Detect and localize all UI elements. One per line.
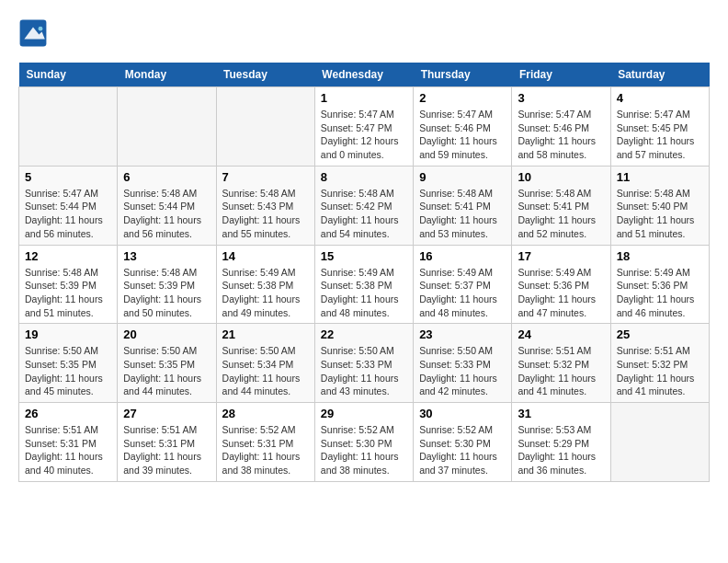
day-info: Sunrise: 5:51 AM Sunset: 5:31 PM Dayligh… (25, 423, 111, 477)
weekday-header: Thursday (414, 63, 512, 87)
day-number: 25 (617, 327, 703, 341)
calendar-cell: 10Sunrise: 5:48 AM Sunset: 5:41 PM Dayli… (512, 166, 610, 245)
calendar-cell: 16Sunrise: 5:49 AM Sunset: 5:37 PM Dayli… (414, 245, 512, 324)
day-number: 31 (518, 407, 604, 420)
day-number: 23 (419, 327, 506, 341)
day-info: Sunrise: 5:49 AM Sunset: 5:38 PM Dayligh… (222, 266, 309, 320)
calendar-cell: 12Sunrise: 5:48 AM Sunset: 5:39 PM Dayli… (19, 245, 118, 324)
day-info: Sunrise: 5:47 AM Sunset: 5:47 PM Dayligh… (321, 108, 407, 162)
day-info: Sunrise: 5:48 AM Sunset: 5:40 PM Dayligh… (617, 187, 703, 241)
day-number: 13 (123, 249, 210, 263)
logo-icon (18, 18, 48, 48)
weekday-header: Friday (512, 63, 610, 87)
day-number: 22 (321, 327, 407, 341)
day-number: 15 (321, 249, 407, 263)
day-number: 12 (25, 249, 111, 263)
day-info: Sunrise: 5:49 AM Sunset: 5:36 PM Dayligh… (518, 266, 604, 320)
day-info: Sunrise: 5:52 AM Sunset: 5:31 PM Dayligh… (222, 423, 309, 477)
day-number: 9 (419, 170, 506, 184)
calendar-cell: 25Sunrise: 5:51 AM Sunset: 5:32 PM Dayli… (610, 324, 709, 403)
calendar-cell: 5Sunrise: 5:47 AM Sunset: 5:44 PM Daylig… (19, 166, 118, 245)
day-info: Sunrise: 5:50 AM Sunset: 5:35 PM Dayligh… (123, 344, 210, 398)
calendar-cell: 19Sunrise: 5:50 AM Sunset: 5:35 PM Dayli… (19, 324, 118, 403)
day-number: 4 (617, 91, 703, 105)
calendar-header-row: SundayMondayTuesdayWednesdayThursdayFrid… (19, 63, 710, 87)
day-number: 10 (518, 170, 604, 184)
day-number: 21 (222, 327, 309, 341)
calendar-cell: 23Sunrise: 5:50 AM Sunset: 5:33 PM Dayli… (414, 324, 512, 403)
calendar-week-row: 19Sunrise: 5:50 AM Sunset: 5:35 PM Dayli… (19, 324, 710, 403)
day-info: Sunrise: 5:48 AM Sunset: 5:42 PM Dayligh… (321, 187, 407, 241)
day-info: Sunrise: 5:48 AM Sunset: 5:39 PM Dayligh… (25, 266, 111, 320)
calendar-cell: 15Sunrise: 5:49 AM Sunset: 5:38 PM Dayli… (314, 245, 413, 324)
day-number: 28 (222, 407, 309, 420)
day-info: Sunrise: 5:49 AM Sunset: 5:37 PM Dayligh… (419, 266, 506, 320)
calendar-week-row: 5Sunrise: 5:47 AM Sunset: 5:44 PM Daylig… (19, 166, 710, 245)
day-number: 8 (321, 170, 407, 184)
day-info: Sunrise: 5:49 AM Sunset: 5:38 PM Dayligh… (321, 266, 407, 320)
calendar-cell: 17Sunrise: 5:49 AM Sunset: 5:36 PM Dayli… (512, 245, 610, 324)
day-info: Sunrise: 5:52 AM Sunset: 5:30 PM Dayligh… (321, 423, 407, 477)
calendar-cell (19, 87, 118, 167)
day-info: Sunrise: 5:53 AM Sunset: 5:29 PM Dayligh… (518, 423, 604, 477)
day-number: 19 (25, 327, 111, 341)
day-info: Sunrise: 5:49 AM Sunset: 5:36 PM Dayligh… (617, 266, 703, 320)
day-number: 27 (123, 407, 210, 420)
day-info: Sunrise: 5:52 AM Sunset: 5:30 PM Dayligh… (419, 423, 506, 477)
page-header (18, 18, 710, 48)
day-info: Sunrise: 5:51 AM Sunset: 5:32 PM Dayligh… (617, 344, 703, 398)
day-info: Sunrise: 5:47 AM Sunset: 5:46 PM Dayligh… (419, 108, 506, 162)
calendar-cell: 6Sunrise: 5:48 AM Sunset: 5:44 PM Daylig… (118, 166, 216, 245)
weekday-header: Tuesday (216, 63, 314, 87)
day-info: Sunrise: 5:50 AM Sunset: 5:33 PM Dayligh… (419, 344, 506, 398)
day-number: 3 (518, 91, 604, 105)
calendar-cell: 9Sunrise: 5:48 AM Sunset: 5:41 PM Daylig… (414, 166, 512, 245)
calendar-cell: 29Sunrise: 5:52 AM Sunset: 5:30 PM Dayli… (314, 403, 413, 482)
day-number: 1 (321, 91, 407, 105)
day-number: 6 (123, 170, 210, 184)
day-info: Sunrise: 5:51 AM Sunset: 5:31 PM Dayligh… (123, 423, 210, 477)
weekday-header: Monday (118, 63, 216, 87)
calendar-cell: 18Sunrise: 5:49 AM Sunset: 5:36 PM Dayli… (610, 245, 709, 324)
weekday-header: Sunday (19, 63, 118, 87)
weekday-header: Wednesday (314, 63, 413, 87)
calendar-cell: 21Sunrise: 5:50 AM Sunset: 5:34 PM Dayli… (216, 324, 314, 403)
calendar-cell: 11Sunrise: 5:48 AM Sunset: 5:40 PM Dayli… (610, 166, 709, 245)
svg-point-2 (39, 27, 43, 31)
calendar-cell: 31Sunrise: 5:53 AM Sunset: 5:29 PM Dayli… (512, 403, 610, 482)
day-info: Sunrise: 5:51 AM Sunset: 5:32 PM Dayligh… (518, 344, 604, 398)
day-number: 14 (222, 249, 309, 263)
calendar-week-row: 26Sunrise: 5:51 AM Sunset: 5:31 PM Dayli… (19, 403, 710, 482)
calendar-body: 1Sunrise: 5:47 AM Sunset: 5:47 PM Daylig… (19, 87, 710, 482)
calendar-cell: 20Sunrise: 5:50 AM Sunset: 5:35 PM Dayli… (118, 324, 216, 403)
calendar-cell: 7Sunrise: 5:48 AM Sunset: 5:43 PM Daylig… (216, 166, 314, 245)
day-info: Sunrise: 5:48 AM Sunset: 5:43 PM Dayligh… (222, 187, 309, 241)
calendar-cell: 1Sunrise: 5:47 AM Sunset: 5:47 PM Daylig… (314, 87, 413, 167)
calendar-cell: 26Sunrise: 5:51 AM Sunset: 5:31 PM Dayli… (19, 403, 118, 482)
day-info: Sunrise: 5:47 AM Sunset: 5:44 PM Dayligh… (25, 187, 111, 241)
calendar-week-row: 12Sunrise: 5:48 AM Sunset: 5:39 PM Dayli… (19, 245, 710, 324)
day-number: 18 (617, 249, 703, 263)
calendar-cell: 3Sunrise: 5:47 AM Sunset: 5:46 PM Daylig… (512, 87, 610, 167)
weekday-header: Saturday (610, 63, 709, 87)
day-number: 2 (419, 91, 506, 105)
day-info: Sunrise: 5:48 AM Sunset: 5:41 PM Dayligh… (518, 187, 604, 241)
day-number: 26 (25, 407, 111, 420)
calendar-cell (118, 87, 216, 167)
day-number: 30 (419, 407, 506, 420)
calendar-cell: 28Sunrise: 5:52 AM Sunset: 5:31 PM Dayli… (216, 403, 314, 482)
day-info: Sunrise: 5:50 AM Sunset: 5:34 PM Dayligh… (222, 344, 309, 398)
logo (18, 18, 51, 48)
day-number: 11 (617, 170, 703, 184)
day-info: Sunrise: 5:47 AM Sunset: 5:45 PM Dayligh… (617, 108, 703, 162)
day-number: 20 (123, 327, 210, 341)
calendar-cell: 8Sunrise: 5:48 AM Sunset: 5:42 PM Daylig… (314, 166, 413, 245)
day-info: Sunrise: 5:50 AM Sunset: 5:33 PM Dayligh… (321, 344, 407, 398)
calendar-cell: 24Sunrise: 5:51 AM Sunset: 5:32 PM Dayli… (512, 324, 610, 403)
day-info: Sunrise: 5:48 AM Sunset: 5:39 PM Dayligh… (123, 266, 210, 320)
calendar-week-row: 1Sunrise: 5:47 AM Sunset: 5:47 PM Daylig… (19, 87, 710, 167)
day-info: Sunrise: 5:48 AM Sunset: 5:41 PM Dayligh… (419, 187, 506, 241)
calendar-cell: 2Sunrise: 5:47 AM Sunset: 5:46 PM Daylig… (414, 87, 512, 167)
day-number: 7 (222, 170, 309, 184)
calendar-cell: 4Sunrise: 5:47 AM Sunset: 5:45 PM Daylig… (610, 87, 709, 167)
